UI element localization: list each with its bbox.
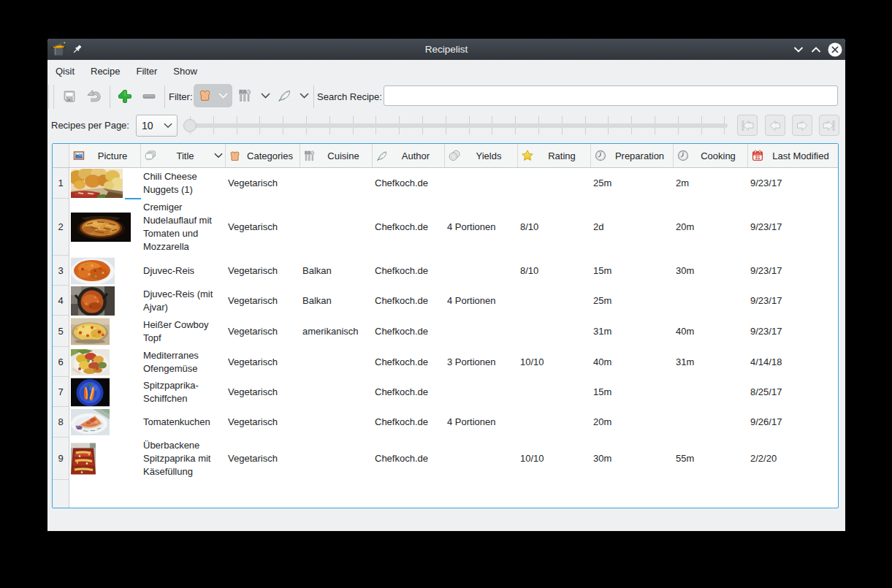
cell-cuisine[interactable]: amerikanisch [300,316,373,347]
cell-cuisine[interactable] [300,377,373,407]
remove-icon[interactable] [142,90,156,103]
cell-rating[interactable] [518,377,591,407]
table-row[interactable]: 6 Mediterranes OfengemüseVegetarischChef… [53,347,838,377]
cell-categories[interactable]: Vegetarisch [226,347,300,377]
feather-icon[interactable] [278,89,291,102]
cell-title[interactable]: Chili Cheese Nuggets (1) [141,168,226,199]
cell-categories[interactable]: Vegetarisch [226,256,300,286]
cell-yields[interactable]: 3 Portionen [445,347,518,377]
chevron-down-icon[interactable] [261,93,270,99]
cell-last-modified[interactable]: 9/23/17 [748,168,838,199]
cell-picture[interactable] [69,256,141,286]
page-slider[interactable] [183,111,728,140]
cell-preparation[interactable]: 25m [591,286,674,316]
cell-preparation[interactable]: 40m [591,347,674,377]
cell-author[interactable]: Chefkoch.de [373,199,445,256]
row-number[interactable]: 2 [53,199,69,256]
table-row[interactable]: 7 Spitzpaprika-SchiffchenVegetarischChef… [53,377,838,407]
cell-picture[interactable] [69,286,141,316]
cell-yields[interactable]: 4 Portionen [445,407,518,438]
cell-categories[interactable]: Vegetarisch [226,286,300,316]
cell-picture[interactable] [69,316,141,347]
cell-cooking[interactable] [674,286,748,316]
cell-author[interactable]: Chefkoch.de [373,286,445,316]
cell-author[interactable]: Chefkoch.de [373,256,445,286]
cell-picture[interactable] [69,438,141,480]
table-row[interactable]: 9 Überbackene Spitzpaprika mit Käsefüllu… [53,438,838,480]
cell-preparation[interactable]: 31m [591,316,674,347]
cell-cuisine[interactable] [300,347,373,377]
cell-yields[interactable] [445,316,518,347]
cell-cuisine[interactable] [300,199,373,256]
cell-cooking[interactable] [674,377,748,407]
cell-last-modified[interactable]: 9/23/17 [748,316,838,347]
cell-cooking[interactable]: 31m [674,347,748,377]
undo-icon[interactable] [86,89,101,104]
cell-yields[interactable] [445,438,518,480]
column-header-picture[interactable]: Picture [69,144,141,167]
row-number[interactable]: 1 [53,168,69,199]
slider-handle[interactable] [183,119,197,132]
cell-categories[interactable]: Vegetarisch [226,168,300,199]
cell-picture[interactable] [69,199,141,256]
cell-title[interactable]: Überbackene Spitzpaprika mit Käsefüllung [141,438,226,480]
corner-header-cell[interactable] [53,144,69,167]
go-next-button[interactable] [792,115,812,136]
row-number[interactable]: 5 [53,316,69,347]
cell-rating[interactable] [518,168,591,199]
cell-author[interactable]: Chefkoch.de [373,438,445,480]
cell-categories[interactable]: Vegetarisch [226,316,300,347]
cell-last-modified[interactable]: 9/26/17 [748,407,838,438]
cell-categories[interactable]: Vegetarisch [226,377,300,407]
cell-last-modified[interactable]: 8/25/17 [748,377,838,407]
cell-cuisine[interactable]: Balkan [300,286,373,316]
cell-title[interactable]: Tomatenkuchen [141,407,226,438]
cell-preparation[interactable]: 2d [591,199,674,256]
slider-groove[interactable] [190,123,728,128]
column-header-author[interactable]: Author [373,144,445,167]
recipe-table[interactable]: Picture Title Categories Cuisine Author [52,143,839,508]
cell-cooking[interactable]: 55m [674,438,748,480]
cell-title[interactable]: Mediterranes Ofengemüse [141,347,226,377]
cell-last-modified[interactable]: 9/23/17 [748,199,838,256]
cell-cuisine[interactable]: Balkan [300,256,373,286]
minimize-button[interactable] [790,39,807,60]
cell-author[interactable]: Chefkoch.de [373,407,445,438]
cell-picture[interactable] [69,347,141,377]
cell-yields[interactable] [445,168,518,199]
cell-yields[interactable]: 4 Portionen [445,286,518,316]
cell-yields[interactable] [445,256,518,286]
add-icon[interactable] [118,89,132,104]
cell-rating[interactable]: 8/10 [518,199,591,256]
go-first-button[interactable] [737,115,758,136]
cutlery-icon[interactable] [238,89,251,102]
cell-categories[interactable]: Vegetarisch [226,407,300,438]
column-header-cuisine[interactable]: Cuisine [300,144,373,167]
cell-preparation[interactable]: 15m [591,377,674,407]
cell-rating[interactable]: 10/10 [518,347,591,377]
menu-filter[interactable]: Filter [136,66,157,77]
cell-rating[interactable]: 8/10 [518,256,591,286]
cell-title[interactable]: Djuvec-Reis (mit Ajvar) [141,286,226,316]
row-number[interactable]: 6 [53,347,69,377]
titlebar[interactable]: Recipelist [47,39,845,60]
row-number[interactable]: 3 [53,256,69,286]
cell-last-modified[interactable]: 9/23/17 [748,256,838,286]
cell-cooking[interactable]: 20m [674,199,748,256]
table-row[interactable]: 1 Chili Cheese Nuggets (1)VegetarischChe… [53,168,838,199]
cell-cooking[interactable] [674,407,748,438]
cell-last-modified[interactable]: 2/2/20 [748,438,838,480]
table-row[interactable]: 8 TomatenkuchenVegetarischChefkoch.de4 P… [53,407,838,438]
cell-rating[interactable] [518,407,591,438]
cell-categories[interactable]: Vegetarisch [226,199,300,256]
close-button[interactable] [826,39,844,60]
cell-cuisine[interactable] [300,168,373,199]
cell-title[interactable]: Djuvec-Reis [141,256,226,286]
cell-preparation[interactable]: 20m [591,407,674,438]
column-header-preparation[interactable]: Preparation [591,144,674,167]
cell-rating[interactable]: 10/10 [518,438,591,480]
cell-title[interactable]: Heißer Cowboy Topf [141,316,226,347]
menu-qisit[interactable]: Qisit [56,66,75,77]
cell-author[interactable]: Chefkoch.de [373,168,445,199]
cell-last-modified[interactable]: 4/14/18 [748,347,838,377]
